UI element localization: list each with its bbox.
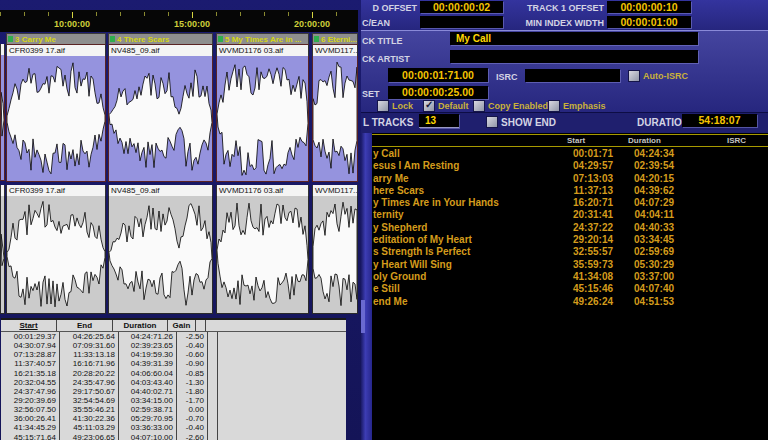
timeline-tick bbox=[24, 12, 25, 16]
waveform-bottom[interactable] bbox=[108, 196, 213, 314]
table-row[interactable]: 16:21:35.18 20:28:20.22 04:06:60.04 -0.8… bbox=[1, 369, 346, 378]
disc-duration-field[interactable]: 54:18:07 bbox=[682, 114, 757, 127]
upc-ean-field[interactable] bbox=[420, 16, 503, 28]
waveform-segment-eternity[interactable]: 6 Eterni... WVMD117... bbox=[312, 33, 358, 182]
track1-offset-field[interactable]: 00:00:00:10 bbox=[607, 1, 691, 13]
cell-gain: -0.60 bbox=[177, 350, 208, 359]
cd-track-row[interactable]: oly Ground 41:34:08 03:37:00 bbox=[361, 271, 768, 283]
cell-end: 35:55:46.21 bbox=[60, 405, 119, 414]
table-row[interactable]: 11:37:40.57 16:16:71.96 04:39:31.39 -0.9… bbox=[1, 359, 346, 368]
cell-end: 49:23:06.65 bbox=[60, 433, 119, 440]
cd-track-row[interactable]: ternity 20:31:41 04:04:11 bbox=[361, 209, 768, 221]
segment-header[interactable]: 6 Eterni... bbox=[312, 33, 358, 45]
waveform-top[interactable] bbox=[6, 56, 106, 182]
table-row[interactable]: 41:34:45.29 45:11:03.29 03:36:33.00 -0.4… bbox=[1, 423, 346, 432]
track-artist-field[interactable] bbox=[450, 50, 698, 63]
cd-track-row[interactable]: arry Me 07:13:03 04:20:15 bbox=[361, 173, 768, 185]
segment-header[interactable]: 4 There Scars bbox=[108, 33, 213, 45]
table-row[interactable]: 00:01:29.37 04:26:25.64 04:24:71.26 -2.5… bbox=[1, 332, 346, 341]
track-duration: 03:37:00 bbox=[599, 271, 674, 282]
auto-isrc-checkbox[interactable] bbox=[628, 70, 640, 82]
table-row[interactable]: 29:20:39.69 32:54:54.69 03:34:15.00 -1.7… bbox=[1, 396, 346, 405]
waveform-segment-carry-me-2[interactable]: CFR0399 17.aif bbox=[6, 185, 106, 314]
table-row[interactable]: 07:13:28.87 11:33:13.18 04:19:59.30 -0.6… bbox=[1, 350, 346, 359]
track-name: oly Ground bbox=[373, 271, 426, 282]
segment-header[interactable]: 5 My Times Are in ... bbox=[216, 33, 309, 45]
track-title-field[interactable]: My Call bbox=[450, 32, 698, 45]
table-row[interactable]: 36:00:26.41 41:30:22.36 05:29:70.95 -0.7… bbox=[1, 414, 346, 423]
segment-filename: WVMD117... bbox=[312, 45, 358, 56]
waveform-segment-there-scars[interactable]: 4 There Scars NV485_09.aif bbox=[108, 33, 213, 182]
waveform-top[interactable] bbox=[216, 56, 309, 182]
waveform-top[interactable] bbox=[0, 55, 5, 181]
cd-track-row[interactable]: end Me 49:26:24 04:51:53 bbox=[361, 296, 768, 308]
timeline-tick bbox=[48, 12, 49, 16]
list-header-isrc[interactable]: ISRC bbox=[727, 136, 746, 145]
waveform-graphic bbox=[217, 196, 308, 313]
waveform-graphic bbox=[313, 196, 357, 313]
list-header-start[interactable]: Start bbox=[567, 136, 585, 145]
table-row[interactable]: 32:56:07.50 35:55:46.21 02:59:38.71 0.00 bbox=[1, 405, 346, 414]
isrc-label: ISRC bbox=[496, 72, 518, 82]
column-header-end[interactable]: End bbox=[57, 320, 113, 331]
cd-track-row[interactable]: e Still 45:15:46 04:07:40 bbox=[361, 283, 768, 295]
waveform-segment-carry-me[interactable]: 3 Carry Me CFR0399 17.aif bbox=[6, 33, 106, 182]
column-header-duration[interactable]: Duration bbox=[113, 320, 168, 331]
timeline-tick bbox=[120, 12, 121, 16]
waveform-graphic bbox=[313, 56, 357, 181]
table-header-row[interactable]: Start End Duration Gain bbox=[1, 320, 346, 332]
cd-track-row[interactable]: here Scars 11:37:13 04:39:62 bbox=[361, 185, 768, 197]
isrc-field[interactable] bbox=[525, 69, 620, 82]
total-tracks-field[interactable]: 13 bbox=[419, 114, 459, 128]
cell-end: 24:35:47.96 bbox=[60, 378, 119, 387]
waveform-segment-there-scars-2[interactable]: NV485_09.aif bbox=[108, 185, 213, 314]
table-row[interactable]: 45:15:71.64 49:23:06.65 04:07:10.00 -2.6… bbox=[1, 433, 346, 440]
track-led-icon bbox=[8, 36, 13, 42]
default-checkbox[interactable] bbox=[423, 100, 435, 112]
cell-spare bbox=[208, 350, 218, 359]
track-start-field[interactable]: 00:00:01:71.00 bbox=[388, 68, 488, 82]
list-header-duration[interactable]: Duration bbox=[628, 136, 661, 145]
cell-gain: 0.00 bbox=[177, 405, 208, 414]
cd-track-row[interactable]: esus I Am Resting 04:29:57 02:39:54 bbox=[361, 160, 768, 172]
cd-track-row[interactable]: editation of My Heart 29:20:14 03:34:45 bbox=[361, 234, 768, 246]
cell-start: 04:30:07.94 bbox=[1, 341, 60, 350]
cd-track-row[interactable]: y Call 00:01:71 04:24:34 bbox=[361, 148, 768, 160]
playlist-window: 10:00:00 15:00:00 20:00:00 3 Carry Me CF… bbox=[0, 0, 361, 440]
waveform-bottom[interactable] bbox=[312, 196, 358, 314]
table-row[interactable]: 24:37:47.96 29:17:50.67 04:40:02.71 -1.8… bbox=[1, 387, 346, 396]
cd-track-row[interactable]: y Times Are in Your Hands 16:20:71 04:07… bbox=[361, 197, 768, 209]
cd-track-row[interactable]: y Shepherd 24:37:22 04:40:33 bbox=[361, 222, 768, 234]
cell-end: 29:17:50.67 bbox=[60, 387, 119, 396]
waveform-bottom[interactable] bbox=[0, 196, 5, 314]
track-name: y Shepherd bbox=[373, 222, 427, 233]
copy-enabled-checkbox[interactable] bbox=[473, 100, 485, 112]
column-header-gain[interactable]: Gain bbox=[168, 320, 196, 331]
table-row[interactable]: 20:32:04.55 24:35:47.96 04:03:43.40 -1.3… bbox=[1, 378, 346, 387]
track-name: ternity bbox=[373, 209, 404, 220]
track-duration: 02:59:69 bbox=[599, 246, 674, 257]
waveform-bottom[interactable] bbox=[216, 196, 309, 314]
waveform-top[interactable] bbox=[108, 56, 213, 182]
disc-offset-field[interactable]: 00:00:00:02 bbox=[420, 1, 503, 13]
segment-header[interactable]: 3 Carry Me bbox=[6, 33, 106, 45]
table-row[interactable]: 04:30:07.94 07:09:31.60 02:39:23.65 -0.4… bbox=[1, 341, 346, 350]
cd-track-row[interactable]: y Heart Will Sing 35:59:73 05:30:29 bbox=[361, 259, 768, 271]
timeline-ruler[interactable]: 10:00:00 15:00:00 20:00:00 bbox=[0, 10, 358, 32]
cd-track-row[interactable]: s Strength Is Perfect 32:55:57 02:59:69 bbox=[361, 246, 768, 258]
waveform-top[interactable] bbox=[312, 56, 358, 182]
waveform-segment-my-times[interactable]: 5 My Times Are in ... WVMD1176 03.aif bbox=[216, 33, 309, 182]
waveform-segment-partial[interactable] bbox=[0, 44, 5, 181]
cell-duration: 03:34:15.00 bbox=[119, 396, 177, 405]
track-offset-field[interactable]: 00:00:00:25.00 bbox=[388, 86, 488, 99]
column-header-start[interactable]: Start bbox=[1, 320, 57, 331]
waveform-segment-eternity-2[interactable]: WVMD117... bbox=[312, 185, 358, 314]
lock-checkbox[interactable] bbox=[377, 100, 389, 112]
waveform-segment-my-times-2[interactable]: WVMD1176 03.aif bbox=[216, 185, 309, 314]
waveform-bottom[interactable] bbox=[6, 196, 106, 314]
waveform-segment-partial[interactable] bbox=[0, 185, 5, 314]
show-end-checkbox[interactable] bbox=[486, 116, 498, 128]
cell-start: 16:21:35.18 bbox=[1, 369, 60, 378]
min-index-width-field[interactable]: 00:00:01:00 bbox=[607, 16, 691, 28]
emphasis-checkbox[interactable] bbox=[548, 100, 560, 112]
